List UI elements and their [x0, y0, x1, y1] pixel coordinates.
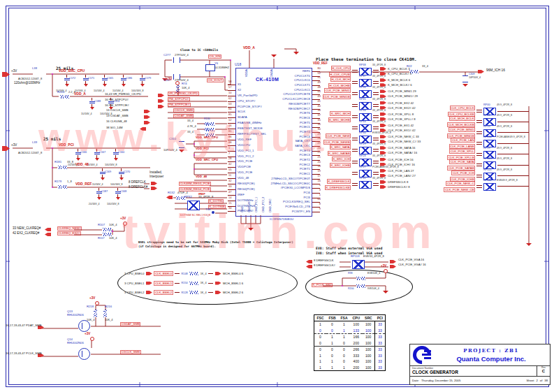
- trace-width-note: 25 mils: [43, 137, 61, 141]
- chip-pin: 19PCIEC1: [299, 173, 310, 175]
- ground-symbol: [248, 228, 254, 231]
- ground-symbol: [383, 291, 388, 293]
- chip-pin: 80REF0: [302, 70, 310, 73]
- freq-row: 110 40010033: [314, 358, 386, 365]
- net-kdot96: K_DOT96: [208, 199, 224, 203]
- chip-pin: 1PCI3: [303, 196, 310, 199]
- chip-pin: 92CPUCLKT0: [295, 75, 310, 78]
- freq-header-cell: FSA: [338, 315, 350, 321]
- title-block: PROJECT : ZB1 Quanta Computer Inc. Docum…: [409, 344, 551, 385]
- resistor-value: 10K_4: [87, 319, 95, 321]
- chip-pin: 36PCIEC5: [299, 126, 310, 129]
- freq-row: 011 16610033: [314, 334, 386, 340]
- title-block-bottom: Date: Thursday, December 15, 2005 Sheet …: [410, 377, 550, 384]
- capacitor: C16010U/16V_8: [106, 149, 125, 161]
- net-label-vdd-a: VDD_A: [243, 46, 255, 50]
- vga-clock-out-label: CLK_PCIE_VGA 16: [398, 259, 424, 261]
- resistor-value: 4.7K_4: [187, 125, 196, 128]
- cap-value: 27P/50V_4: [175, 54, 189, 57]
- chip-pin: GND_PCI_2: [261, 182, 265, 212]
- capacitor-symbol: [173, 57, 180, 63]
- chip-pin: 3PCI4: [303, 191, 310, 194]
- rev-value: C: [537, 369, 550, 373]
- chip-pins-bottom: GNDGND_48GND_PCI_1GND_PCI_2GND_SRC: [240, 182, 272, 212]
- net-cg-xout: CG_XOUT: [207, 78, 224, 82]
- freq-header-cell: PCI: [374, 315, 386, 321]
- pdat-smb-label: 16,17,19,43,47 PDAT_SMB: [6, 324, 41, 327]
- sheet-label: Sheet: [527, 379, 534, 382]
- dot96-note: DOT96M SC REL1 K3Q8: [180, 215, 210, 217]
- chip-pin: 18PCIET1: [300, 168, 310, 170]
- decoupling-caps-vdd48: C169.1U/16V_4 C17010U/16V_8: [93, 168, 131, 180]
- net-label-vdd-48: VDD_48: [75, 163, 89, 166]
- freq-row: 001 13310033: [314, 328, 386, 334]
- chip-ref: U18: [235, 63, 241, 66]
- resistor-ref: R200: [348, 288, 354, 291]
- newclkreq-label: 33 NEW_CLKREQ#: [13, 227, 41, 231]
- termination-row: CLK_PCIE_XPLLCLK_PCIE_XPLLB RP1949.9_4P2…: [432, 150, 529, 159]
- resistor-value: 10K_4: [105, 319, 113, 321]
- net-vdd-48: VDD_48: [196, 175, 207, 178]
- inductor-value: ACB2012-1206T_8: [18, 152, 42, 154]
- transistor-part: RHU002N06: [67, 342, 84, 344]
- termination-row: CLK_PCIE_SATACLK_PCIE_SATAB RP12349.9_4P…: [432, 160, 529, 170]
- freq-header-row: FSCFSBFSACPUSRCPCI: [314, 315, 386, 321]
- capacitor: C1861U/16V_4: [114, 75, 133, 87]
- net-cg-xin: CG_XIN: [208, 55, 221, 59]
- cap-value: 10P/50V_4: [469, 77, 481, 79]
- project-name: PROJECT : ZB1: [435, 347, 547, 354]
- power-symbol: [95, 301, 99, 305]
- crystal-freq: 14.318MHZ: [214, 66, 229, 69]
- power-symbol: [384, 269, 388, 273]
- chip-pin: 9PCISTP#_EN: [292, 210, 310, 213]
- resistor-symbol: [356, 277, 365, 280]
- bsel-row: 3 CPU_BSEL1 CLK_BSEL1 R150 1K_4 MCH_BSEL…: [124, 281, 292, 286]
- resistor-ref: R117: [98, 237, 105, 240]
- power-3v-label: +3V: [11, 70, 17, 73]
- resistor-value: 33_4: [187, 131, 194, 133]
- chip-pin: 40REG2B/PCIEC7: [289, 108, 310, 110]
- net-vdd-src-cpu: VDD_SRC_CPU: [196, 136, 218, 139]
- freq-header-cell: FSB: [326, 315, 338, 321]
- net-vdd-ref-mid: VDD_REF: [313, 62, 328, 66]
- power-symbol: [123, 222, 127, 226]
- resistor-ref: R107: [98, 224, 105, 226]
- bsel-row: 3 CPU_BSEL2 CLK_BSEL2 R128 1K_4 MCH_BSEL…: [124, 290, 292, 295]
- net-cgdat-smb: CGDAT_SMB: [120, 322, 140, 326]
- chip-pin: 30PCIET4: [300, 131, 310, 133]
- freq-row: 100 33310033: [314, 353, 386, 359]
- resistor-symbol: [58, 166, 67, 169]
- net-reg3-pcie: CLK48M_REG3_PCIE: [179, 182, 211, 186]
- chip-pin: 29PCIEC4: [299, 136, 310, 138]
- chip-pin: 43CPUCLKC2/PCIEC8: [282, 98, 310, 101]
- chip-pin: 37PCIEC6: [299, 117, 310, 119]
- inductor-impedance-note: 120ohm@100MHz: [14, 82, 41, 85]
- resistor-ref: R74: [182, 82, 187, 85]
- sel-strapping-note: BSEL strappings need to be set for 533MH…: [138, 241, 293, 244]
- termination-row: CLK_MCH_BCLKCLK_MCH_BCLKB RP4149.9_4P2R_…: [432, 117, 529, 126]
- quanta-logo-icon: [413, 346, 431, 364]
- sio-14m-label: 38 SIO_14M: [106, 126, 123, 129]
- chip-pin: 49CPUCLKT1: [295, 84, 310, 87]
- resistor-value: 33_8: [67, 161, 73, 164]
- resistor-value: 475/F_4: [177, 191, 188, 194]
- cgclk-smb-label: 13 CGCLK_SMB: [106, 109, 129, 112]
- stppcie-label: 16 PM_STPPCIE#: [105, 104, 129, 107]
- chip-pin: 8PCIF/SelLCD_27B: [285, 205, 310, 208]
- respack-ref: RP32: [184, 196, 191, 198]
- resistor-value: 1_8: [67, 180, 72, 183]
- capacitor: C187.1U/16V_4: [89, 188, 108, 200]
- resistor-ref: R244: [57, 91, 64, 94]
- chip-pin: 25PCIEC3: [299, 154, 310, 157]
- net-cgclk-smb: CGCLK_SMB: [120, 350, 141, 354]
- capacitor: C1721U/16V_4: [57, 75, 76, 87]
- testpoint-symbol: [212, 211, 214, 214]
- capacitor: C1881U/16V_4: [82, 98, 101, 110]
- cgdat-smb-label: 13 CGDAT_SMB: [106, 115, 129, 117]
- chip-pin: 41REG1B/PCIET7: [289, 103, 310, 106]
- freq-row: 101 10010033: [314, 321, 386, 328]
- resistor-ref: R130: [204, 118, 210, 121]
- chip-pin: 1627MHzLCD_SSCOC/PCIE0C: [270, 182, 310, 185]
- capacitor-symbol: [179, 141, 184, 148]
- date-label: Date:: [412, 379, 419, 382]
